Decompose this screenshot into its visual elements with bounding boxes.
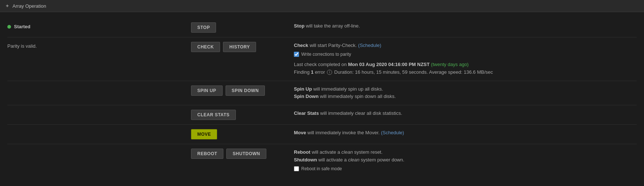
spin-down-desc-text: will immediately spin down all disks. xyxy=(320,94,396,99)
array-operation-icon: ✦ xyxy=(5,3,10,9)
spin-up-label: Spin Up xyxy=(294,86,312,92)
move-button-col: MOVE xyxy=(191,129,287,139)
reboot-shutdown-row: REBOOT SHUTDOWN Reboot will activate a c… xyxy=(7,144,637,177)
error-text: error xyxy=(315,69,325,75)
history-button[interactable]: HISTORY xyxy=(223,42,256,52)
spin-down-label: Spin Down xyxy=(294,94,319,99)
shutdown-label: Shutdown xyxy=(294,157,317,163)
spin-buttons-col: SPIN UP SPIN DOWN xyxy=(191,85,287,96)
check-label: Check xyxy=(294,43,308,48)
status-section: Started xyxy=(7,22,191,29)
stop-row: Started STOP Stop will take the array of… xyxy=(7,18,637,37)
finding-text: Finding xyxy=(294,69,310,75)
shutdown-desc-text: will activate a xyxy=(318,157,346,163)
reboot-desc: Reboot will activate a clean system rese… xyxy=(294,149,637,156)
stop-desc-text: will take the array off-line. xyxy=(306,23,360,29)
write-corrections-checkbox[interactable] xyxy=(294,52,299,57)
check-buttons-col: CHECK HISTORY xyxy=(191,42,287,52)
reboot-label: Reboot xyxy=(294,149,310,155)
status-dot xyxy=(7,25,11,29)
error-count: 1 xyxy=(311,69,313,75)
check-description: Check will start Parity-Check. (Schedule… xyxy=(287,42,637,76)
spin-up-desc-text: will immediately spin up all disks. xyxy=(313,86,383,92)
reboot-left xyxy=(7,149,191,150)
page-title: Array Operation xyxy=(12,3,46,9)
reboot-button[interactable]: REBOOT xyxy=(191,149,223,159)
safe-mode-row: Reboot in safe mode xyxy=(294,165,637,172)
spin-description: Spin Up will immediately spin up all dis… xyxy=(287,85,637,101)
error-line: Finding 1 error i Duration: 16 hours, 15… xyxy=(294,69,637,76)
move-label: Move xyxy=(294,130,306,135)
time-ago: (twenty days ago) xyxy=(431,62,469,67)
parity-section: Parity is valid. xyxy=(7,42,191,49)
safe-mode-label[interactable]: Reboot in safe mode xyxy=(301,165,342,172)
spin-row: SPIN UP SPIN DOWN Spin Up will immediate… xyxy=(7,81,637,106)
duration-text: Duration: 16 hours, 15 minutes, 59 secon… xyxy=(334,69,493,75)
shutdown-button[interactable]: SHUTDOWN xyxy=(226,149,266,159)
spin-up-button[interactable]: SPIN UP xyxy=(191,85,223,96)
duration-icon: i xyxy=(327,70,332,75)
reboot-desc-text: will activate a xyxy=(312,149,340,155)
move-schedule-link[interactable]: (Schedule) xyxy=(381,130,404,135)
check-row: Parity is valid. CHECK HISTORY Check wil… xyxy=(7,37,637,81)
reboot-clean: clean xyxy=(341,149,353,155)
reboot-shutdown-description: Reboot will activate a clean system rese… xyxy=(287,149,637,172)
move-row: MOVE Move will immediately invoke the Mo… xyxy=(7,125,637,144)
move-description: Move will immediately invoke the Mover. … xyxy=(287,129,637,137)
clear-stats-desc-text: will immediately clear all disk statisti… xyxy=(320,110,402,116)
shutdown-clean: clean xyxy=(348,157,359,163)
move-desc-text: will immediately invoke the Mover. xyxy=(307,130,380,135)
shutdown-desc-end: system power down. xyxy=(361,157,404,163)
clear-stats-label: Clear Stats xyxy=(294,110,319,116)
spin-up-desc: Spin Up will immediately spin up all dis… xyxy=(294,85,637,93)
move-left xyxy=(7,129,191,131)
spin-down-desc: Spin Down will immediately spin down all… xyxy=(294,93,637,101)
last-check-line: Last check completed on Mon 03 Aug 2020 … xyxy=(294,61,637,69)
clear-stats-row: CLEAR STATS Clear Stats will immediately… xyxy=(7,105,637,125)
clear-stats-button-col: CLEAR STATS xyxy=(191,110,287,120)
spin-left-col xyxy=(7,85,191,87)
status-label: Started xyxy=(14,24,30,29)
shutdown-desc: Shutdown will activate a clean system po… xyxy=(294,156,637,164)
stop-description: Stop will take the array off-line. xyxy=(287,22,637,30)
reboot-desc-end: system reset. xyxy=(354,149,382,155)
main-content: Started STOP Stop will take the array of… xyxy=(0,12,644,183)
array-status: Started xyxy=(7,24,191,29)
reboot-shutdown-buttons-col: REBOOT SHUTDOWN xyxy=(191,149,287,159)
spin-down-button[interactable]: SPIN DOWN xyxy=(226,85,265,96)
check-desc-line1: Check will start Parity-Check. (Schedule… xyxy=(294,42,637,50)
stop-button[interactable]: STOP xyxy=(191,22,216,33)
check-schedule-link[interactable]: (Schedule) xyxy=(358,43,381,48)
last-check-prefix: Last check completed on xyxy=(294,62,347,67)
clear-stats-left xyxy=(7,110,191,111)
safe-mode-checkbox[interactable] xyxy=(294,166,299,171)
stop-button-col: STOP xyxy=(191,22,287,33)
check-button[interactable]: CHECK xyxy=(191,42,220,52)
write-corrections-row: Write corrections to parity xyxy=(294,51,637,58)
last-check-date: Mon 03 Aug 2020 04:16:00 PM NZST xyxy=(348,62,429,67)
title-bar: ✦ Array Operation xyxy=(0,0,644,12)
parity-status: Parity is valid. xyxy=(7,43,37,49)
check-desc-text: will start Parity-Check. xyxy=(310,43,357,48)
move-button[interactable]: MOVE xyxy=(191,129,217,139)
stop-label: Stop xyxy=(294,23,305,29)
write-corrections-label[interactable]: Write corrections to parity xyxy=(301,51,351,58)
clear-stats-description: Clear Stats will immediately clear all d… xyxy=(287,110,637,117)
clear-stats-button[interactable]: CLEAR STATS xyxy=(191,110,236,120)
